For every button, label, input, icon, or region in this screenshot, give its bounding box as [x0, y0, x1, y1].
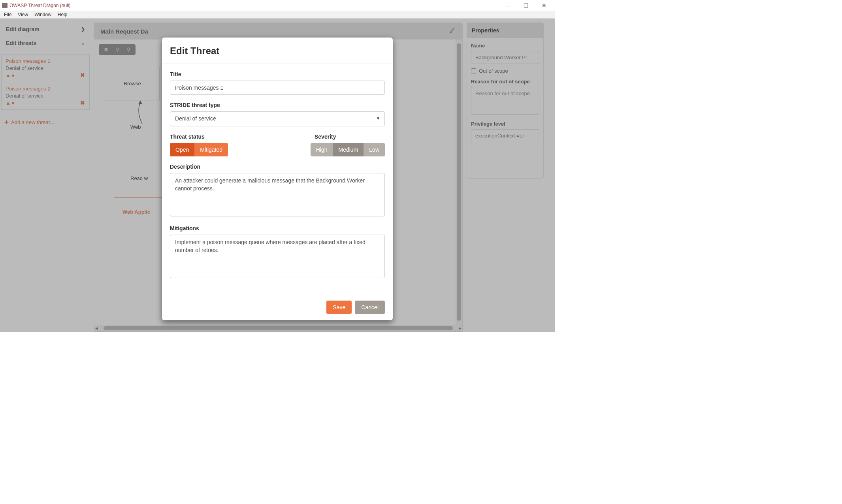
- modal-overlay: Edit Threat Title STRIDE threat type Den…: [0, 19, 555, 332]
- severity-button-group: High Medium Low: [311, 143, 385, 156]
- modal-header: Edit Threat: [162, 38, 393, 64]
- menu-file[interactable]: File: [1, 11, 15, 18]
- stride-select-wrap: Denial of service ▼: [170, 111, 385, 126]
- cancel-button[interactable]: Cancel: [355, 301, 385, 314]
- menu-window[interactable]: Window: [31, 11, 55, 18]
- severity-medium-button[interactable]: Medium: [333, 143, 364, 156]
- app-icon: [2, 3, 8, 8]
- stride-select[interactable]: Denial of service: [170, 111, 385, 126]
- modal-body: Title STRIDE threat type Denial of servi…: [162, 64, 393, 294]
- status-button-group: Open Mitigated: [170, 143, 228, 156]
- title-input[interactable]: [170, 81, 385, 95]
- severity-high-button[interactable]: High: [311, 143, 333, 156]
- title-label: Title: [170, 71, 385, 77]
- menu-help[interactable]: Help: [55, 11, 71, 18]
- title-bar: OWASP Threat Dragon (null) — ☐ ✕: [0, 0, 555, 11]
- maximize-button[interactable]: ☐: [517, 0, 535, 11]
- title-bar-left: OWASP Threat Dragon (null): [2, 3, 71, 8]
- severity-label: Severity: [315, 134, 385, 140]
- modal-title: Edit Threat: [170, 45, 385, 56]
- window-controls: — ☐ ✕: [499, 0, 553, 11]
- minimize-button[interactable]: —: [499, 0, 517, 11]
- edit-threat-modal: Edit Threat Title STRIDE threat type Den…: [162, 38, 393, 320]
- status-severity-row: Threat status Open Mitigated Severity Hi…: [170, 133, 385, 163]
- status-open-button[interactable]: Open: [170, 143, 194, 156]
- stride-label: STRIDE threat type: [170, 102, 385, 108]
- description-input[interactable]: [170, 173, 385, 216]
- mitigations-input[interactable]: [170, 235, 385, 278]
- description-label: Description: [170, 164, 385, 170]
- app-title: OWASP Threat Dragon (null): [9, 3, 71, 8]
- modal-footer: Save Cancel: [162, 294, 393, 320]
- close-button[interactable]: ✕: [535, 0, 553, 11]
- menu-bar: File View Window Help: [0, 11, 555, 19]
- mitigations-label: Mitigations: [170, 225, 385, 231]
- severity-low-button[interactable]: Low: [364, 143, 385, 156]
- status-mitigated-button[interactable]: Mitigated: [194, 143, 228, 156]
- menu-view[interactable]: View: [15, 11, 31, 18]
- save-button[interactable]: Save: [326, 301, 352, 314]
- status-label: Threat status: [170, 134, 273, 140]
